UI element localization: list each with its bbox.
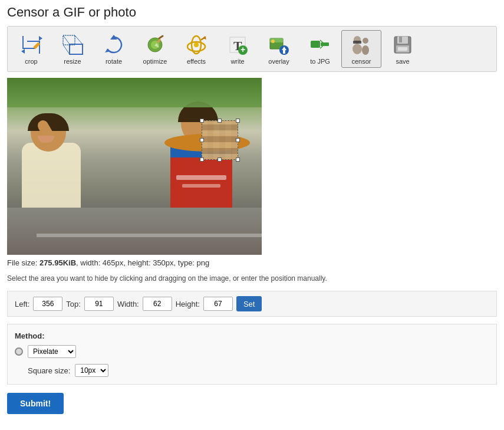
top-input[interactable] — [84, 297, 114, 311]
tool-crop[interactable]: crop — [11, 30, 51, 68]
tool-to-jpg[interactable]: to JPG — [300, 30, 340, 68]
method-radio[interactable] — [15, 347, 23, 356]
save-icon — [391, 33, 414, 57]
write-label: write — [230, 58, 244, 65]
svg-rect-32 — [311, 41, 320, 48]
image-container[interactable] — [7, 78, 262, 255]
to-jpg-label: to JPG — [310, 58, 330, 65]
censor-label: censor — [351, 58, 371, 65]
tool-resize[interactable]: resize — [52, 30, 93, 68]
svg-line-10 — [75, 35, 83, 44]
resize-icon — [61, 33, 84, 57]
svg-line-15 — [159, 36, 163, 38]
svg-point-20 — [194, 42, 199, 47]
svg-rect-43 — [399, 37, 402, 42]
svg-rect-3 — [39, 41, 40, 54]
left-input[interactable] — [33, 297, 62, 311]
instruction-text: Select the area you want to hide by clic… — [7, 272, 497, 285]
svg-rect-2 — [27, 41, 40, 42]
svg-rect-1 — [22, 48, 35, 49]
save-label: save — [396, 58, 409, 65]
crop-icon — [19, 33, 43, 57]
width-input[interactable] — [143, 297, 172, 311]
left-label: Left: — [15, 300, 29, 308]
set-button[interactable]: Set — [236, 296, 262, 311]
road — [7, 208, 262, 255]
method-section-label: Method: — [15, 331, 489, 340]
censor-icon — [350, 33, 373, 57]
file-size-label: File size: — [7, 258, 39, 267]
svg-text:+: + — [241, 45, 245, 54]
svg-rect-45 — [398, 47, 407, 51]
svg-rect-42 — [397, 37, 408, 44]
svg-point-39 — [362, 45, 369, 55]
square-size-select[interactable]: 10px 5px 15px 20px — [75, 364, 108, 377]
svg-marker-5 — [39, 36, 42, 41]
file-size-value: 275.95KiB — [39, 258, 76, 267]
svg-rect-0 — [22, 36, 24, 49]
foliage — [7, 78, 262, 107]
optimize-label: optimize — [143, 58, 167, 65]
svg-rect-35 — [321, 42, 329, 46]
toolbar: crop resize rotate — [7, 26, 497, 72]
overlay-label: overlay — [268, 58, 289, 65]
submit-button[interactable]: Submit! — [7, 393, 64, 414]
width-label: Width: — [117, 300, 139, 308]
coords-bar: Left: Top: Width: Height: Set — [7, 291, 497, 317]
svg-rect-40 — [353, 41, 361, 44]
tool-rotate[interactable]: rotate — [94, 30, 134, 68]
tool-write[interactable]: T + write — [218, 30, 258, 68]
tool-optimize[interactable]: optimize — [135, 30, 175, 68]
svg-point-29 — [271, 40, 275, 43]
effects-icon — [185, 33, 208, 57]
road-line — [37, 234, 262, 237]
method-select[interactable]: Pixelate Blur Black Bar — [28, 345, 76, 358]
effects-label: effects — [187, 58, 206, 65]
to-jpg-icon — [308, 33, 332, 57]
crop-label: crop — [25, 58, 37, 65]
write-icon: T + — [226, 33, 249, 57]
svg-line-11 — [63, 45, 70, 54]
height-label: Height: — [176, 300, 200, 308]
overlay-icon — [267, 33, 291, 57]
tool-effects[interactable]: effects — [176, 30, 216, 68]
censor-pixelate-overlay — [202, 120, 238, 160]
optimize-icon — [143, 33, 167, 57]
svg-point-38 — [363, 38, 368, 44]
rotate-label: rotate — [106, 58, 122, 65]
method-section: Method: Pixelate Blur Black Bar Square s… — [7, 324, 497, 385]
square-size-label: Square size: — [28, 366, 70, 375]
file-size-rest: , width: 465px, height: 350px, type: png — [76, 258, 209, 267]
svg-rect-8 — [70, 44, 83, 54]
page-title: Censor a GIF or photo — [7, 5, 497, 20]
svg-marker-4 — [21, 49, 25, 54]
top-label: Top: — [66, 300, 81, 308]
height-input[interactable] — [203, 297, 233, 311]
rotate-icon — [102, 33, 126, 57]
svg-point-37 — [353, 44, 362, 54]
file-info: File size: 275.95KiB, width: 465px, heig… — [7, 258, 497, 267]
svg-line-9 — [63, 35, 70, 44]
tool-overlay[interactable]: overlay — [259, 30, 299, 68]
resize-label: resize — [64, 58, 81, 65]
photo-canvas[interactable] — [7, 78, 262, 255]
tool-save[interactable]: save — [383, 30, 423, 68]
tool-censor[interactable]: censor — [341, 30, 381, 68]
